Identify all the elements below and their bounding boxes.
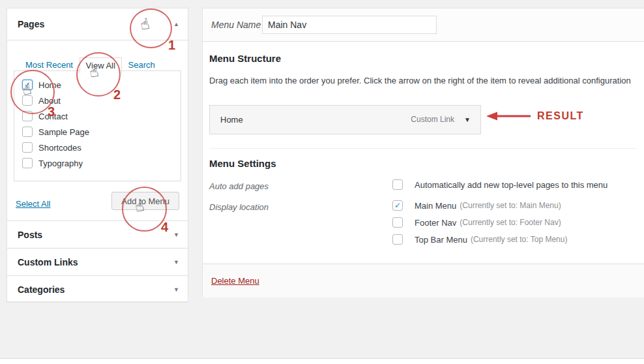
step-1-circle <box>130 8 172 48</box>
page-checkbox-row-shortcodes[interactable]: Shortcodes <box>14 140 181 155</box>
left-arrow-icon <box>485 111 532 121</box>
checkbox-auto-add-pages[interactable] <box>392 179 403 190</box>
delete-menu-link[interactable]: Delete Menu <box>211 276 259 286</box>
bottom-strip <box>0 358 644 364</box>
result-annotation: RESULT <box>485 110 584 122</box>
menu-editor-footer: Delete Menu <box>203 264 644 297</box>
checkbox-shortcodes[interactable] <box>22 142 33 153</box>
location-row-main-menu[interactable]: Main Menu (Currently set to: Main Menu) <box>392 200 561 211</box>
auto-add-pages-option-label: Automatically add new top-level pages to… <box>415 180 607 190</box>
page-checkbox-row-typography[interactable]: Typography <box>14 155 181 171</box>
checkbox-typography[interactable] <box>22 158 33 168</box>
section-divider <box>209 148 636 149</box>
auto-add-pages-row[interactable]: Automatically add new top-level pages to… <box>392 179 607 190</box>
select-all-link[interactable]: Select All <box>16 199 50 209</box>
result-label: RESULT <box>537 110 584 122</box>
chevron-up-icon[interactable]: ▲ <box>173 8 179 40</box>
menu-editor-panel: Menu Name Menu Structure Drag each item … <box>202 8 644 297</box>
location-row-footer-nav[interactable]: Footer Nav (Currently set to: Footer Nav… <box>392 217 561 228</box>
tab-search[interactable]: Search <box>124 57 159 72</box>
display-location-label: Display location <box>209 202 269 212</box>
location-label: Main Menu <box>415 201 456 211</box>
page-label: Typography <box>38 159 83 168</box>
menu-name-label: Menu Name <box>211 8 261 41</box>
location-note: (Currently set to: Main Menu) <box>460 201 561 210</box>
wordpress-menus-screen: Pages ▲ Most Recent View All Search Home… <box>0 0 644 364</box>
checkbox-sample-page[interactable] <box>22 127 33 137</box>
menu-structure-heading: Menu Structure <box>209 53 281 64</box>
page-label: Sample Page <box>38 127 89 137</box>
location-note: (Currently set to: Top Menu) <box>471 235 568 244</box>
menu-name-input[interactable] <box>262 16 437 34</box>
checkbox-footer-nav[interactable] <box>392 217 403 228</box>
chevron-down-icon[interactable]: ▼ <box>173 221 179 249</box>
step-3-number: 3 <box>48 104 55 119</box>
chevron-down-icon[interactable]: ▼ <box>173 276 179 303</box>
location-label: Top Bar Menu <box>415 235 467 245</box>
location-row-top-bar-menu[interactable]: Top Bar Menu (Currently set to: Top Menu… <box>392 234 567 245</box>
step-1-number: 1 <box>168 38 175 53</box>
categories-accordion-header[interactable]: Categories ▼ <box>7 275 188 303</box>
custom-links-accordion-title: Custom Links <box>7 249 188 276</box>
custom-links-accordion-header[interactable]: Custom Links ▼ <box>7 248 188 275</box>
page-label: Shortcodes <box>38 143 81 153</box>
checkbox-main-menu[interactable] <box>392 200 403 211</box>
chevron-down-icon[interactable]: ▼ <box>173 249 179 276</box>
location-label: Footer Nav <box>415 218 456 228</box>
menu-item-expand-icon[interactable]: ▼ <box>464 106 471 134</box>
checkbox-top-bar-menu[interactable] <box>392 234 403 245</box>
page-checkbox-row-sample-page[interactable]: Sample Page <box>14 124 181 140</box>
menu-item-home[interactable]: Home Custom Link ▼ <box>209 105 481 134</box>
step-2-number: 2 <box>113 87 121 102</box>
pages-accordion-title: Pages <box>18 19 44 29</box>
location-note: (Currently set to: Footer Nav) <box>460 218 561 227</box>
menu-structure-description: Drag each item into the order you prefer… <box>209 76 631 85</box>
auto-add-pages-label: Auto add pages <box>209 181 269 191</box>
menu-name-bar: Menu Name <box>203 8 644 42</box>
menu-item-type: Custom Link <box>411 106 454 134</box>
categories-accordion-title: Categories <box>7 276 188 303</box>
step-4-number: 4 <box>161 220 168 235</box>
menu-item-title: Home <box>220 106 243 134</box>
menu-settings-heading: Menu Settings <box>209 158 276 169</box>
